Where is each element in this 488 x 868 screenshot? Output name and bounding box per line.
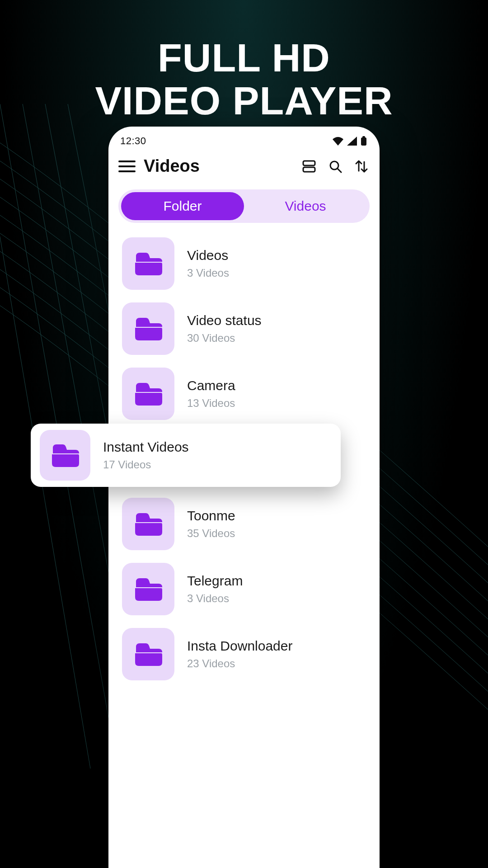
- folder-count: 13 Videos: [187, 397, 235, 410]
- folder-icon: [134, 577, 162, 601]
- rows-icon: [302, 160, 316, 173]
- layout-toggle-button[interactable]: [301, 158, 317, 175]
- folder-icon-wrap: [122, 563, 174, 615]
- folder-count: 35 Videos: [187, 527, 235, 540]
- tabs: Folder Videos: [118, 189, 370, 223]
- tab-folder[interactable]: Folder: [121, 192, 244, 220]
- status-time: 12:30: [120, 135, 146, 147]
- folder-icon-wrap: [122, 628, 174, 680]
- phone-frame: 12:30 Videos Folder Videos: [108, 127, 380, 868]
- svg-rect-2: [303, 161, 315, 165]
- folder-item[interactable]: Video status 30 Videos: [118, 296, 370, 361]
- folder-item[interactable]: Videos 3 Videos: [118, 231, 370, 296]
- status-bar: 12:30: [108, 127, 380, 151]
- folder-icon-wrap: [122, 237, 174, 290]
- svg-rect-1: [362, 136, 365, 138]
- promo-line-2: VIDEO PLAYER: [0, 79, 488, 122]
- folder-name: Videos: [187, 248, 229, 263]
- battery-icon: [361, 136, 367, 146]
- svg-line-5: [338, 169, 341, 172]
- folder-icon: [134, 317, 162, 340]
- folder-name: Instant Videos: [103, 439, 189, 455]
- folder-count: 17 Videos: [103, 458, 189, 471]
- folder-item-highlighted[interactable]: Instant Videos 17 Videos: [31, 424, 341, 487]
- search-button[interactable]: [327, 158, 343, 175]
- signal-icon: [347, 137, 357, 146]
- status-icons: [333, 136, 367, 146]
- sort-icon: [355, 159, 368, 174]
- folder-icon-wrap: [122, 368, 174, 420]
- folder-name: Camera: [187, 378, 235, 393]
- folder-item[interactable]: Insta Downloader 23 Videos: [118, 622, 370, 687]
- tab-videos[interactable]: Videos: [244, 192, 367, 220]
- folder-icon-wrap: [122, 498, 174, 550]
- app-header: Videos: [108, 151, 380, 185]
- folder-icon: [134, 252, 162, 275]
- svg-rect-3: [303, 167, 315, 172]
- folder-count: 30 Videos: [187, 332, 262, 344]
- promo-title: FULL HD VIDEO PLAYER: [0, 0, 488, 122]
- folder-icon: [134, 512, 162, 536]
- folder-name: Telegram: [187, 573, 243, 589]
- folder-item[interactable]: Camera 13 Videos: [118, 361, 370, 426]
- wifi-icon: [333, 137, 343, 146]
- menu-button[interactable]: [118, 158, 136, 175]
- folder-count: 3 Videos: [187, 592, 243, 605]
- folder-icon-wrap: [40, 430, 90, 481]
- folder-name: Video status: [187, 313, 262, 328]
- folder-name: Insta Downloader: [187, 638, 292, 654]
- folder-item[interactable]: Toonme 35 Videos: [118, 491, 370, 557]
- promo-line-1: FULL HD: [0, 36, 488, 79]
- folder-count: 23 Videos: [187, 657, 292, 670]
- sort-button[interactable]: [353, 158, 370, 175]
- folder-icon: [51, 443, 79, 467]
- folder-name: Toonme: [187, 508, 235, 524]
- folder-icon-wrap: [122, 302, 174, 355]
- page-title: Videos: [144, 156, 293, 176]
- folder-count: 3 Videos: [187, 267, 229, 279]
- svg-rect-0: [361, 137, 366, 146]
- folder-icon: [134, 642, 162, 666]
- folder-icon: [134, 382, 162, 406]
- search-icon: [328, 160, 342, 173]
- folder-item[interactable]: Telegram 3 Videos: [118, 557, 370, 622]
